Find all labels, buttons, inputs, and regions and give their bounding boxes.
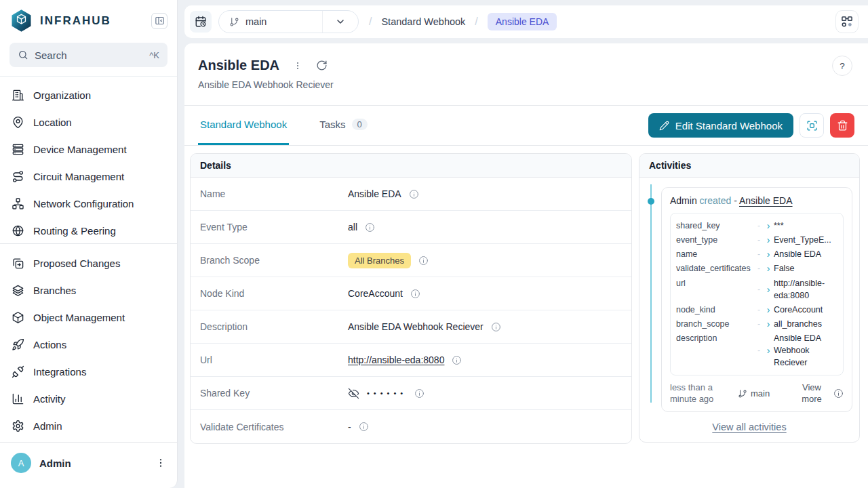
branch-selector-current[interactable]: main [219, 11, 322, 33]
sidebar-item-branches[interactable]: Branches [0, 277, 177, 304]
manage-object-button[interactable] [800, 113, 824, 138]
edit-standard-webhook-button[interactable]: Edit Standard Webhook [648, 113, 793, 138]
detail-value: Ansible EDA [348, 188, 401, 199]
route-icon [12, 170, 24, 183]
chevron-right-icon: › [763, 346, 774, 355]
info-icon[interactable] [409, 189, 419, 199]
main-content: Ansible EDA Ansible EDA Webhook Reciever… [184, 43, 868, 488]
activity-branch: main [738, 388, 770, 399]
tab-label: Tasks [319, 119, 345, 130]
info-icon[interactable] [833, 388, 844, 399]
detail-row-shared-key: Shared Key•••••• [191, 377, 631, 410]
eye-off-icon[interactable] [348, 388, 359, 399]
activities-panel-title: Activities [639, 154, 859, 178]
tab-tasks[interactable]: Tasks 0 [317, 106, 370, 145]
activity-entry: Admin created - Ansible EDA shared_key-›… [661, 187, 852, 412]
trash-icon [837, 120, 848, 131]
calendar-clock-icon [195, 16, 207, 28]
sidebar-item-routing-peering[interactable]: Routing & Peering [0, 217, 177, 243]
activity-timestamp: less than a minute ago [670, 382, 735, 405]
gear-icon [12, 420, 24, 432]
tasks-count-badge: 0 [352, 119, 368, 130]
tab-standard-webhook[interactable]: Standard Webhook [198, 106, 289, 145]
branch-selector-dropdown[interactable] [323, 11, 358, 33]
detail-row-name: NameAnsible EDA [191, 178, 631, 211]
tab-label: Standard Webhook [200, 119, 287, 130]
activity-author: Admin [670, 195, 697, 206]
sidebar-item-object-management[interactable]: Object Management [0, 304, 177, 331]
rocket-icon [12, 338, 24, 351]
refresh-icon[interactable] [316, 60, 328, 71]
timeline-dot [648, 198, 654, 205]
tabs-row: Standard Webhook Tasks 0 Edit Standard W… [184, 106, 868, 146]
sidebar-item-network-configuration[interactable]: Network Configuration [0, 190, 177, 217]
content-area: Details NameAnsible EDAEvent TypeallBran… [184, 146, 868, 452]
search-input[interactable]: Search ^K [9, 43, 167, 67]
diff-icon [12, 257, 24, 270]
breadcrumb-parent[interactable]: Standard Webhook [381, 16, 465, 27]
detail-value: CoreAccount [348, 288, 403, 299]
layers-icon [12, 284, 24, 297]
sidebar-item-admin[interactable]: Admin [0, 412, 177, 439]
secret-value: •••••• [367, 389, 407, 397]
pencil-icon [659, 121, 669, 131]
sidebar-item-activity[interactable]: Activity [0, 385, 177, 412]
sidebar-item-location[interactable]: Location [0, 108, 177, 136]
info-icon[interactable] [365, 222, 375, 232]
info-icon[interactable] [452, 355, 462, 365]
schema-visualizer-button[interactable] [835, 10, 859, 33]
branch-scope-badge: All Branches [348, 253, 411, 268]
server-icon [12, 143, 24, 156]
activity-change-branch-scope: branch_scope-›all_branches [676, 318, 837, 330]
git-branch-icon [229, 17, 239, 27]
chevron-right-icon: › [763, 221, 774, 230]
help-button[interactable]: ? [832, 56, 852, 76]
view-more-link[interactable]: View more [795, 382, 828, 405]
chevron-right-icon: › [763, 285, 774, 294]
activity-change-description: description-›Ansible EDA Webhook Recieve… [676, 332, 837, 369]
title-kebab-menu-icon[interactable] [293, 61, 302, 70]
activity-change-shared-key: shared_key-›*** [676, 220, 837, 232]
activity-entry-title: Admin created - Ansible EDA [670, 195, 844, 206]
time-travel-button[interactable] [190, 11, 212, 33]
kebab-menu-icon[interactable] [155, 458, 166, 468]
activity-object-link[interactable]: Ansible EDA [739, 195, 793, 206]
info-icon[interactable] [410, 289, 420, 299]
detail-row-url: Urlhttp://ansible-eda:8080 [191, 344, 631, 377]
activity-change-node-kind: node_kind-›CoreAccount [676, 304, 837, 316]
sidebar-item-circuit-management[interactable]: Circuit Management [0, 163, 177, 190]
sidebar-item-organization[interactable]: Organization [0, 81, 177, 108]
map-pin-icon [12, 116, 24, 129]
url-link[interactable]: http://ansible-eda:8080 [348, 354, 444, 365]
avatar: A [11, 453, 31, 473]
breadcrumb-current[interactable]: Ansible EDA [488, 13, 557, 30]
sidebar-item-proposed-changes[interactable]: Proposed Changes [0, 249, 177, 277]
sidebar-item-actions[interactable]: Actions [0, 331, 177, 358]
detail-row-validate-certificates: Validate Certificates- [191, 410, 631, 443]
tab-actions: Edit Standard Webhook [648, 106, 854, 145]
info-icon[interactable] [359, 422, 369, 432]
sidebar-item-device-management[interactable]: Device Management [0, 136, 177, 163]
chevron-right-icon: › [763, 319, 774, 329]
user-menu[interactable]: A Admin [0, 442, 177, 488]
collapse-sidebar-button[interactable] [151, 13, 167, 29]
sidebar-item-integrations[interactable]: Integrations [0, 358, 177, 385]
frame-select-icon [806, 119, 818, 132]
delete-button[interactable] [830, 113, 854, 138]
chevron-down-icon [335, 16, 346, 27]
timeline-line [650, 184, 652, 403]
details-panel: Details NameAnsible EDAEvent TypeallBran… [190, 153, 632, 444]
info-icon[interactable] [414, 388, 425, 399]
activity-change-name: name-›Ansible EDA [676, 248, 837, 260]
building-icon [12, 89, 24, 102]
info-icon[interactable] [418, 256, 429, 266]
branch-selector[interactable]: main [218, 10, 359, 33]
breadcrumb-separator: / [475, 16, 477, 28]
network-icon [12, 197, 24, 210]
view-all-activities-link[interactable]: View all activities [712, 422, 786, 432]
activity-changes: shared_key-›***event_type-›Event_TypeE..… [670, 213, 844, 375]
info-icon[interactable] [491, 322, 501, 332]
panel-collapse-icon [155, 16, 165, 26]
chevron-right-icon: › [763, 235, 774, 245]
chevron-right-icon: › [763, 249, 774, 259]
